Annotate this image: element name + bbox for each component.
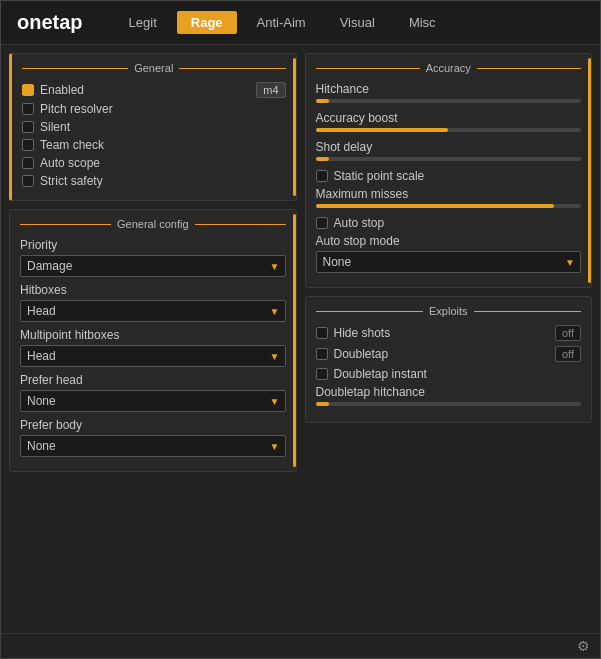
silent-checkbox[interactable] bbox=[22, 121, 34, 133]
static-point-checkbox[interactable] bbox=[316, 170, 328, 182]
static-point-label: Static point scale bbox=[334, 169, 425, 183]
priority-row: Priority Damage ▼ bbox=[20, 238, 286, 277]
maximum-misses-label: Maximum misses bbox=[316, 187, 582, 201]
multipoint-wrapper: Head ▼ bbox=[20, 345, 286, 367]
auto-scope-checkbox[interactable] bbox=[22, 157, 34, 169]
shot-delay-fill bbox=[316, 157, 329, 161]
doubletap-row: Doubletap off bbox=[316, 346, 582, 362]
exploits-section: Exploits Hide shots off Doubletap off bbox=[305, 296, 593, 423]
pitch-resolver-checkbox[interactable] bbox=[22, 103, 34, 115]
auto-stop-mode-wrapper: None ▼ bbox=[316, 251, 582, 273]
accuracy-title: Accuracy bbox=[316, 62, 582, 74]
hitchance-fill bbox=[316, 99, 329, 103]
general-section-title: General bbox=[22, 62, 286, 74]
doubletap-left: Doubletap bbox=[316, 347, 389, 361]
app-logo: onetap bbox=[17, 11, 83, 34]
priority-select[interactable]: Damage bbox=[20, 255, 286, 277]
header: onetap Legit Rage Anti-Aim Visual Misc bbox=[1, 1, 600, 45]
shot-delay-slider[interactable] bbox=[316, 157, 582, 161]
enabled-left: Enabled bbox=[22, 83, 84, 97]
prefer-body-row: Prefer body None ▼ bbox=[20, 418, 286, 457]
prefer-body-wrapper: None ▼ bbox=[20, 435, 286, 457]
general-config-section: General config Priority Damage ▼ Hitboxe… bbox=[9, 209, 297, 472]
strict-safety-row: Strict safety bbox=[22, 174, 286, 188]
nav-tabs: Legit Rage Anti-Aim Visual Misc bbox=[115, 11, 450, 34]
app-container: onetap Legit Rage Anti-Aim Visual Misc G… bbox=[0, 0, 601, 659]
tab-visual[interactable]: Visual bbox=[326, 11, 389, 34]
accuracy-boost-row: Accuracy boost bbox=[316, 111, 582, 132]
auto-stop-row: Auto stop bbox=[316, 216, 582, 230]
side-indicator-config bbox=[293, 214, 296, 467]
hitchance-row: Hitchance bbox=[316, 82, 582, 103]
multipoint-select[interactable]: Head bbox=[20, 345, 286, 367]
hide-shots-left: Hide shots bbox=[316, 326, 391, 340]
auto-stop-checkbox[interactable] bbox=[316, 217, 328, 229]
main-content: General Enabled m4 Pitch resolver Silent bbox=[1, 45, 600, 633]
prefer-head-label: Prefer head bbox=[20, 373, 286, 387]
tab-anti-aim[interactable]: Anti-Aim bbox=[243, 11, 320, 34]
silent-row: Silent bbox=[22, 120, 286, 134]
auto-stop-mode-select[interactable]: None bbox=[316, 251, 582, 273]
pitch-resolver-label: Pitch resolver bbox=[40, 102, 113, 116]
auto-scope-row: Auto scope bbox=[22, 156, 286, 170]
static-point-row: Static point scale bbox=[316, 169, 582, 183]
accuracy-boost-slider[interactable] bbox=[316, 128, 582, 132]
hitboxes-wrapper: Head ▼ bbox=[20, 300, 286, 322]
enabled-checkbox[interactable] bbox=[22, 84, 34, 96]
hitchance-slider[interactable] bbox=[316, 99, 582, 103]
left-panel: General Enabled m4 Pitch resolver Silent bbox=[9, 53, 297, 625]
shot-delay-label: Shot delay bbox=[316, 140, 582, 154]
gear-icon[interactable]: ⚙ bbox=[577, 638, 590, 654]
hide-shots-checkbox[interactable] bbox=[316, 327, 328, 339]
prefer-body-select[interactable]: None bbox=[20, 435, 286, 457]
tab-legit[interactable]: Legit bbox=[115, 11, 171, 34]
multipoint-row: Multipoint hitboxes Head ▼ bbox=[20, 328, 286, 367]
hitboxes-select[interactable]: Head bbox=[20, 300, 286, 322]
team-check-checkbox[interactable] bbox=[22, 139, 34, 151]
accuracy-boost-fill bbox=[316, 128, 449, 132]
tab-rage[interactable]: Rage bbox=[177, 11, 237, 34]
doubletap-instant-label: Doubletap instant bbox=[334, 367, 427, 381]
enabled-row: Enabled m4 bbox=[22, 82, 286, 98]
strict-safety-label: Strict safety bbox=[40, 174, 103, 188]
general-config-title: General config bbox=[20, 218, 286, 230]
hitchance-label: Hitchance bbox=[316, 82, 582, 96]
doubletap-checkbox[interactable] bbox=[316, 348, 328, 360]
strict-safety-checkbox[interactable] bbox=[22, 175, 34, 187]
auto-stop-mode-row: Auto stop mode None ▼ bbox=[316, 234, 582, 273]
maximum-misses-row: Maximum misses bbox=[316, 187, 582, 208]
accuracy-boost-label: Accuracy boost bbox=[316, 111, 582, 125]
prefer-head-row: Prefer head None ▼ bbox=[20, 373, 286, 412]
auto-stop-label: Auto stop bbox=[334, 216, 385, 230]
enabled-label: Enabled bbox=[40, 83, 84, 97]
accuracy-side-indicator bbox=[588, 58, 591, 283]
doubletap-label: Doubletap bbox=[334, 347, 389, 361]
shot-delay-row: Shot delay bbox=[316, 140, 582, 161]
doubletap-instant-row: Doubletap instant bbox=[316, 367, 582, 381]
auto-scope-label: Auto scope bbox=[40, 156, 100, 170]
hide-shots-toggle[interactable]: off bbox=[555, 325, 581, 341]
hide-shots-label: Hide shots bbox=[334, 326, 391, 340]
doubletap-hitchance-slider[interactable] bbox=[316, 402, 582, 406]
general-section: General Enabled m4 Pitch resolver Silent bbox=[9, 53, 297, 201]
key-badge[interactable]: m4 bbox=[256, 82, 285, 98]
team-check-row: Team check bbox=[22, 138, 286, 152]
accuracy-section: Accuracy Hitchance Accuracy boost Shot d… bbox=[305, 53, 593, 288]
doubletap-instant-checkbox[interactable] bbox=[316, 368, 328, 380]
multipoint-label: Multipoint hitboxes bbox=[20, 328, 286, 342]
footer: ⚙ bbox=[1, 633, 600, 658]
pitch-resolver-row: Pitch resolver bbox=[22, 102, 286, 116]
prefer-head-wrapper: None ▼ bbox=[20, 390, 286, 412]
team-check-label: Team check bbox=[40, 138, 104, 152]
priority-wrapper: Damage ▼ bbox=[20, 255, 286, 277]
doubletap-hitchance-row: Doubletap hitchance bbox=[316, 385, 582, 406]
right-panel: Accuracy Hitchance Accuracy boost Shot d… bbox=[305, 53, 593, 625]
doubletap-toggle[interactable]: off bbox=[555, 346, 581, 362]
priority-label: Priority bbox=[20, 238, 286, 252]
maximum-misses-fill bbox=[316, 204, 555, 208]
prefer-head-select[interactable]: None bbox=[20, 390, 286, 412]
tab-misc[interactable]: Misc bbox=[395, 11, 450, 34]
auto-stop-mode-label: Auto stop mode bbox=[316, 234, 582, 248]
maximum-misses-slider[interactable] bbox=[316, 204, 582, 208]
hitboxes-label: Hitboxes bbox=[20, 283, 286, 297]
